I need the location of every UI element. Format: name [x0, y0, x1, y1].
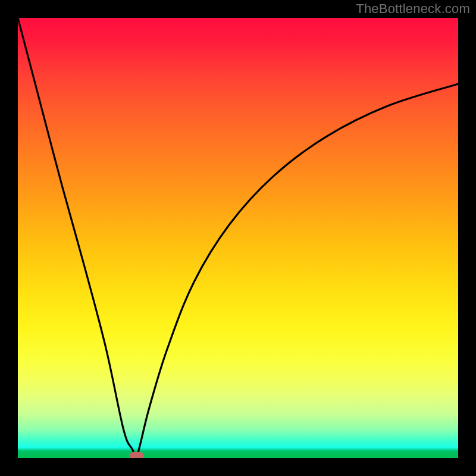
curve-left-branch	[18, 18, 137, 458]
chart-frame: TheBottleneck.com	[0, 0, 476, 476]
watermark-label: TheBottleneck.com	[356, 1, 470, 17]
valley-marker	[130, 452, 144, 458]
curve-right-branch	[137, 84, 458, 458]
curve-svg	[18, 18, 458, 458]
plot-area	[18, 18, 458, 458]
